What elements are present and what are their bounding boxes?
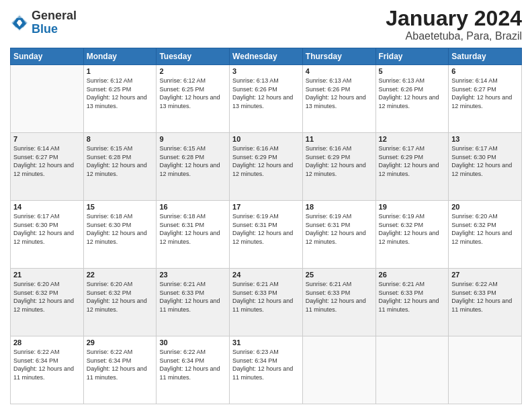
day-number: 6 bbox=[451, 67, 519, 75]
day-info: Sunrise: 6:19 AMSunset: 6:31 PMDaylight:… bbox=[232, 212, 300, 246]
header-day-sunday: Sunday bbox=[11, 48, 84, 65]
logo-blue-text: Blue bbox=[32, 23, 77, 36]
day-info: Sunrise: 6:20 AMSunset: 6:32 PMDaylight:… bbox=[13, 280, 81, 314]
day-info: Sunrise: 6:22 AMSunset: 6:34 PMDaylight:… bbox=[159, 348, 226, 381]
day-number: 12 bbox=[379, 135, 446, 143]
day-info: Sunrise: 6:22 AMSunset: 6:34 PMDaylight:… bbox=[13, 348, 81, 381]
day-info: Sunrise: 6:18 AMSunset: 6:30 PMDaylight:… bbox=[87, 212, 154, 246]
day-number: 2 bbox=[159, 67, 226, 75]
logo-general-text: General bbox=[32, 9, 77, 23]
day-info: Sunrise: 6:12 AMSunset: 6:25 PMDaylight:… bbox=[159, 77, 226, 110]
logo-text: General Blue bbox=[32, 9, 77, 36]
week-row-5: 28Sunrise: 6:22 AMSunset: 6:34 PMDayligh… bbox=[11, 336, 522, 404]
calendar-cell: 8Sunrise: 6:15 AMSunset: 6:28 PMDaylight… bbox=[83, 133, 157, 201]
day-info: Sunrise: 6:20 AMSunset: 6:32 PMDaylight:… bbox=[451, 212, 519, 246]
day-info: Sunrise: 6:19 AMSunset: 6:32 PMDaylight:… bbox=[379, 212, 446, 246]
page-title: January 2024 bbox=[386, 7, 522, 30]
day-number: 30 bbox=[159, 338, 226, 347]
calendar-cell: 11Sunrise: 6:16 AMSunset: 6:29 PMDayligh… bbox=[302, 133, 375, 201]
week-row-4: 21Sunrise: 6:20 AMSunset: 6:32 PMDayligh… bbox=[11, 269, 522, 336]
calendar-cell: 26Sunrise: 6:21 AMSunset: 6:33 PMDayligh… bbox=[375, 269, 449, 336]
day-number: 27 bbox=[451, 271, 519, 279]
day-info: Sunrise: 6:16 AMSunset: 6:29 PMDaylight:… bbox=[232, 144, 300, 178]
week-row-2: 7Sunrise: 6:14 AMSunset: 6:27 PMDaylight… bbox=[11, 133, 522, 201]
day-number: 3 bbox=[232, 67, 300, 75]
header-day-thursday: Thursday bbox=[302, 48, 375, 65]
header-row: SundayMondayTuesdayWednesdayThursdayFrid… bbox=[11, 48, 522, 65]
day-number: 17 bbox=[232, 203, 300, 211]
calendar-cell: 2Sunrise: 6:12 AMSunset: 6:25 PMDaylight… bbox=[157, 65, 230, 133]
day-info: Sunrise: 6:19 AMSunset: 6:31 PMDaylight:… bbox=[306, 212, 373, 246]
header: General Blue January 2024 Abaetetuba, Pa… bbox=[10, 7, 522, 42]
day-number: 28 bbox=[13, 338, 81, 347]
calendar-cell: 19Sunrise: 6:19 AMSunset: 6:32 PMDayligh… bbox=[375, 201, 449, 269]
header-day-wednesday: Wednesday bbox=[230, 48, 303, 65]
calendar-cell: 22Sunrise: 6:20 AMSunset: 6:32 PMDayligh… bbox=[83, 269, 157, 336]
day-info: Sunrise: 6:12 AMSunset: 6:25 PMDaylight:… bbox=[87, 77, 154, 110]
day-info: Sunrise: 6:13 AMSunset: 6:26 PMDaylight:… bbox=[232, 77, 300, 110]
calendar-cell: 18Sunrise: 6:19 AMSunset: 6:31 PMDayligh… bbox=[302, 201, 375, 269]
calendar-cell: 16Sunrise: 6:18 AMSunset: 6:31 PMDayligh… bbox=[157, 201, 230, 269]
calendar-cell: 23Sunrise: 6:21 AMSunset: 6:33 PMDayligh… bbox=[157, 269, 230, 336]
calendar-cell: 27Sunrise: 6:22 AMSunset: 6:33 PMDayligh… bbox=[449, 269, 522, 336]
day-number: 19 bbox=[379, 203, 446, 211]
day-info: Sunrise: 6:17 AMSunset: 6:30 PMDaylight:… bbox=[13, 212, 81, 246]
calendar-cell bbox=[302, 336, 375, 404]
day-number: 22 bbox=[87, 271, 154, 279]
calendar-cell: 14Sunrise: 6:17 AMSunset: 6:30 PMDayligh… bbox=[11, 201, 84, 269]
calendar-cell: 4Sunrise: 6:13 AMSunset: 6:26 PMDaylight… bbox=[302, 65, 375, 133]
day-number: 26 bbox=[379, 271, 446, 279]
day-info: Sunrise: 6:21 AMSunset: 6:33 PMDaylight:… bbox=[306, 280, 373, 314]
day-info: Sunrise: 6:14 AMSunset: 6:27 PMDaylight:… bbox=[13, 144, 81, 178]
calendar-cell: 30Sunrise: 6:22 AMSunset: 6:34 PMDayligh… bbox=[157, 336, 230, 404]
calendar-cell bbox=[11, 65, 84, 133]
day-info: Sunrise: 6:21 AMSunset: 6:33 PMDaylight:… bbox=[232, 280, 300, 314]
day-info: Sunrise: 6:18 AMSunset: 6:31 PMDaylight:… bbox=[159, 212, 226, 246]
calendar-cell bbox=[375, 336, 449, 404]
day-number: 1 bbox=[87, 67, 154, 75]
calendar-cell: 7Sunrise: 6:14 AMSunset: 6:27 PMDaylight… bbox=[11, 133, 84, 201]
day-number: 25 bbox=[306, 271, 373, 279]
week-row-3: 14Sunrise: 6:17 AMSunset: 6:30 PMDayligh… bbox=[11, 201, 522, 269]
calendar-cell: 28Sunrise: 6:22 AMSunset: 6:34 PMDayligh… bbox=[11, 336, 84, 404]
calendar-cell: 31Sunrise: 6:23 AMSunset: 6:34 PMDayligh… bbox=[230, 336, 303, 404]
calendar-cell: 5Sunrise: 6:13 AMSunset: 6:26 PMDaylight… bbox=[375, 65, 449, 133]
calendar-cell: 1Sunrise: 6:12 AMSunset: 6:25 PMDaylight… bbox=[83, 65, 157, 133]
week-row-1: 1Sunrise: 6:12 AMSunset: 6:25 PMDaylight… bbox=[11, 65, 522, 133]
day-info: Sunrise: 6:15 AMSunset: 6:28 PMDaylight:… bbox=[159, 144, 226, 178]
day-number: 11 bbox=[306, 135, 373, 143]
day-number: 10 bbox=[232, 135, 300, 143]
logo-icon bbox=[10, 13, 29, 32]
day-number: 31 bbox=[232, 338, 300, 347]
day-number: 18 bbox=[306, 203, 373, 211]
calendar-cell: 6Sunrise: 6:14 AMSunset: 6:27 PMDaylight… bbox=[449, 65, 522, 133]
calendar-cell bbox=[449, 336, 522, 404]
day-number: 24 bbox=[232, 271, 300, 279]
day-number: 13 bbox=[451, 135, 519, 143]
day-number: 7 bbox=[13, 135, 81, 143]
logo: General Blue bbox=[10, 9, 77, 36]
day-number: 16 bbox=[159, 203, 226, 211]
day-info: Sunrise: 6:14 AMSunset: 6:27 PMDaylight:… bbox=[451, 77, 519, 110]
calendar-cell: 9Sunrise: 6:15 AMSunset: 6:28 PMDaylight… bbox=[157, 133, 230, 201]
calendar-cell: 29Sunrise: 6:22 AMSunset: 6:34 PMDayligh… bbox=[83, 336, 157, 404]
calendar-cell: 10Sunrise: 6:16 AMSunset: 6:29 PMDayligh… bbox=[230, 133, 303, 201]
calendar-cell: 24Sunrise: 6:21 AMSunset: 6:33 PMDayligh… bbox=[230, 269, 303, 336]
day-number: 5 bbox=[379, 67, 446, 75]
day-info: Sunrise: 6:16 AMSunset: 6:29 PMDaylight:… bbox=[306, 144, 373, 178]
calendar-table: SundayMondayTuesdayWednesdayThursdayFrid… bbox=[10, 48, 522, 404]
day-info: Sunrise: 6:15 AMSunset: 6:28 PMDaylight:… bbox=[87, 144, 154, 178]
title-block: January 2024 Abaetetuba, Para, Brazil bbox=[386, 7, 522, 42]
day-info: Sunrise: 6:23 AMSunset: 6:34 PMDaylight:… bbox=[232, 348, 300, 381]
header-day-monday: Monday bbox=[83, 48, 157, 65]
day-number: 20 bbox=[451, 203, 519, 211]
day-info: Sunrise: 6:17 AMSunset: 6:30 PMDaylight:… bbox=[451, 144, 519, 178]
calendar-body: 1Sunrise: 6:12 AMSunset: 6:25 PMDaylight… bbox=[11, 65, 522, 404]
day-info: Sunrise: 6:22 AMSunset: 6:33 PMDaylight:… bbox=[451, 280, 519, 314]
day-number: 9 bbox=[159, 135, 226, 143]
day-number: 21 bbox=[13, 271, 81, 279]
header-day-saturday: Saturday bbox=[449, 48, 522, 65]
day-number: 14 bbox=[13, 203, 81, 211]
day-info: Sunrise: 6:13 AMSunset: 6:26 PMDaylight:… bbox=[379, 77, 446, 110]
page-subtitle: Abaetetuba, Para, Brazil bbox=[386, 30, 522, 42]
